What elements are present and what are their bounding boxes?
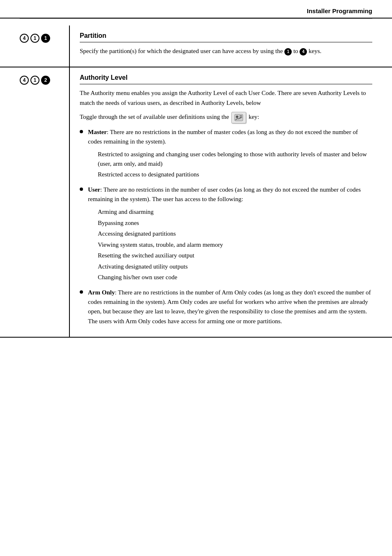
bullet-dot-arm-only xyxy=(80,290,83,294)
master-sub-list: Restricted to assigning and changing use… xyxy=(98,150,372,179)
partition-body: Specify the partition(s) for which the d… xyxy=(80,46,372,56)
page-header: Installer Programming xyxy=(0,0,392,19)
user-sub-4: Viewing system status, trouble, and alar… xyxy=(98,240,372,250)
partition-to-text: to xyxy=(293,48,300,54)
bullet-master: Master: There are no restrictions in the… xyxy=(80,127,372,181)
authority-bullet-list: Master: There are no restrictions in the… xyxy=(80,127,372,326)
user-sub-3: Accessing designated partitions xyxy=(98,229,372,239)
bullet-dot-master xyxy=(80,130,83,133)
user-sub-2: Bypassing zones xyxy=(98,218,372,228)
page: Installer Programming 4 1 1 Partition Sp… xyxy=(0,0,392,556)
bullet-content-arm-only: Arm Only: There are no restrictions in t… xyxy=(88,288,372,326)
section-left-authority: 4 1 2 xyxy=(20,67,69,337)
master-sub-1: Restricted to assigning and changing use… xyxy=(98,150,372,168)
authority-content: Authority Level The Authority menu enabl… xyxy=(69,67,372,337)
partition-content: Partition Specify the partition(s) for w… xyxy=(69,25,372,67)
master-term: Master: There are no restrictions in the… xyxy=(88,129,358,145)
svg-point-1 xyxy=(236,116,238,118)
section-left-partition: 4 1 1 xyxy=(20,25,69,67)
authority-level-section: 4 1 2 Authority Level The Authority menu… xyxy=(0,67,392,338)
user-sub-7: Changing his/her own user code xyxy=(98,273,372,282)
bullet-dot-user xyxy=(80,188,83,191)
svg-rect-3 xyxy=(240,117,241,118)
authority-body: The Authority menu enables you assign th… xyxy=(80,88,372,326)
toggle-key-icon xyxy=(231,112,246,123)
bullet-arm-only: Arm Only: There are no restrictions in t… xyxy=(80,288,372,326)
authority-toggle-text: Toggle through the set of available user… xyxy=(80,112,372,123)
user-sub-1: Arming and disarming xyxy=(98,207,372,217)
circle-1-authority: 1 xyxy=(30,76,39,85)
bullet-user: User: There are no restrictions in the n… xyxy=(80,185,372,284)
user-sub-list: Arming and disarming Bypassing zones Acc… xyxy=(98,207,372,282)
user-sub-5: Resetting the switched auxiliary output xyxy=(98,251,372,260)
key-icon-4: 4 xyxy=(300,48,307,56)
filled-2-authority: 2 xyxy=(41,76,50,85)
key-svg xyxy=(234,114,244,122)
circle-4-partition: 4 xyxy=(20,34,29,43)
key-icon-1: 1 xyxy=(284,48,292,56)
circle-1-partition: 1 xyxy=(30,34,39,43)
filled-1-partition: 1 xyxy=(41,34,50,43)
partition-paragraph: Specify the partition(s) for which the d… xyxy=(80,46,372,56)
top-rule xyxy=(20,19,372,19)
user-sub-6: Activating designated utility outputs xyxy=(98,262,372,271)
bullet-content-master: Master: There are no restrictions in the… xyxy=(88,127,372,181)
bullet-content-user: User: There are no restrictions in the n… xyxy=(88,185,372,284)
user-term: User: There are no restrictions in the n… xyxy=(88,186,361,202)
partition-section: 4 1 1 Partition Specify the partition(s)… xyxy=(0,25,392,67)
master-sub-2: Restricted access to designated partitio… xyxy=(98,170,372,179)
arm-only-term: Arm Only: There are no restrictions in t… xyxy=(88,289,371,324)
authority-title: Authority Level xyxy=(80,74,372,84)
svg-rect-2 xyxy=(240,116,242,116)
partition-title: Partition xyxy=(80,32,372,42)
circle-4-authority: 4 xyxy=(20,76,29,85)
authority-intro: The Authority menu enables you assign th… xyxy=(80,88,372,108)
header-title: Installer Programming xyxy=(307,7,372,14)
